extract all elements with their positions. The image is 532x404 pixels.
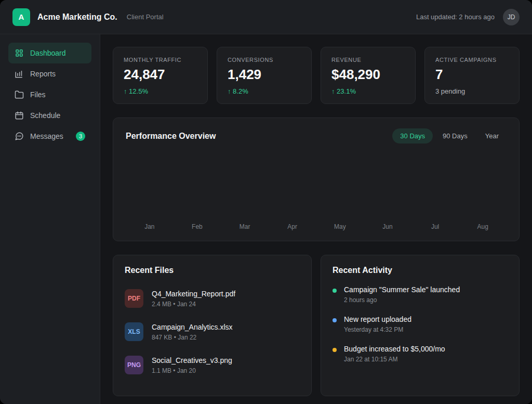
activity-time: 2 hours ago — [344, 296, 460, 304]
month-label: May — [316, 223, 364, 230]
file-row[interactable]: PDF Q4_Marketing_Report.pdf 2.4 MB • Jan… — [125, 285, 300, 311]
stat-value: 24,847 — [124, 67, 197, 83]
stat-value: $48,290 — [331, 67, 405, 83]
activity-dot — [332, 348, 337, 352]
activity-item: Budget increased to $5,000/mo Jan 22 at … — [332, 345, 508, 363]
chart-area — [126, 144, 507, 223]
stat-card: REVENUE $48,290 ↑ 23.1% — [321, 47, 416, 104]
stat-delta: ↑ 23.1% — [331, 87, 405, 95]
month-label: Jun — [364, 223, 411, 230]
last-updated-text: Last updated: 2 hours ago — [416, 13, 495, 21]
company-name: Acme Marketing Co. — [37, 12, 117, 22]
stat-label: MONTHLY TRAFFIC — [124, 57, 197, 63]
top-bar: A Acme Marketing Co. Client Portal Last … — [0, 0, 532, 34]
chat-icon — [15, 132, 24, 141]
month-label: Apr — [269, 223, 316, 230]
stat-card: CONVERSIONS 1,429 ↑ 8.2% — [217, 47, 312, 104]
app-window: A Acme Marketing Co. Client Portal Last … — [0, 0, 532, 404]
sidebar-item-files[interactable]: Files — [8, 84, 91, 105]
folder-icon — [15, 90, 24, 99]
file-row[interactable]: XLS Campaign_Analytics.xlsx 847 KB • Jan… — [125, 319, 300, 345]
activity-dot — [332, 318, 337, 322]
sidebar-item-label: Schedule — [30, 111, 85, 120]
range-pill-year[interactable]: Year — [477, 128, 507, 144]
month-label: Mar — [221, 223, 269, 230]
activity-time: Jan 22 at 10:15 AM — [344, 356, 445, 363]
stat-card: ACTIVE CAMPAIGNS 7 3 pending — [424, 47, 520, 104]
sidebar: Dashboard Reports Files Schedule Message… — [0, 34, 100, 404]
stat-value: 7 — [435, 67, 509, 83]
stat-delta: ↑ 12.5% — [124, 87, 197, 95]
stat-value: 1,429 — [228, 67, 301, 83]
calendar-icon — [15, 111, 24, 120]
recent-files-title: Recent Files — [125, 266, 300, 275]
portal-subtitle: Client Portal — [127, 13, 164, 21]
file-meta: 2.4 MB • Jan 24 — [152, 301, 235, 308]
activity-dot — [332, 289, 337, 293]
user-avatar[interactable]: JD — [503, 9, 520, 25]
month-label: Feb — [174, 223, 221, 230]
activity-item: Campaign "Summer Sale" launched 2 hours … — [332, 285, 508, 304]
sidebar-item-label: Dashboard — [30, 49, 85, 57]
sidebar-item-label: Messages — [30, 132, 70, 140]
activity-text: New report uploaded — [344, 315, 411, 323]
stat-sub: 3 pending — [435, 87, 509, 95]
stat-delta: ↑ 8.2% — [228, 87, 301, 95]
messages-badge: 3 — [76, 132, 85, 141]
file-type-badge: XLS — [125, 322, 143, 341]
activity-time: Yesterday at 4:32 PM — [344, 326, 411, 333]
file-meta: 1.1 MB • Jan 20 — [152, 367, 232, 374]
sidebar-item-label: Reports — [30, 70, 85, 78]
month-label: Aug — [459, 223, 507, 230]
grid-icon — [15, 48, 24, 58]
month-label: Jan — [126, 223, 174, 230]
sidebar-item-schedule[interactable]: Schedule — [8, 105, 91, 126]
bar-chart-icon — [15, 69, 24, 79]
recent-activity-title: Recent Activity — [332, 266, 508, 275]
chart-month-axis: JanFebMarAprMayJunJulAug — [126, 223, 507, 230]
sidebar-item-messages[interactable]: Messages 3 — [8, 126, 91, 147]
recent-files-card: Recent Files PDF Q4_Marketing_Report.pdf… — [113, 255, 312, 396]
sidebar-item-label: Files — [30, 90, 85, 99]
range-toggle: 30 Days90 DaysYear — [392, 128, 507, 144]
activity-text: Budget increased to $5,000/mo — [344, 345, 445, 353]
stats-row: MONTHLY TRAFFIC 24,847 ↑ 12.5% CONVERSIO… — [113, 47, 520, 104]
stat-label: REVENUE — [331, 57, 405, 63]
file-meta: 847 KB • Jan 22 — [152, 334, 233, 341]
sidebar-item-dashboard[interactable]: Dashboard — [8, 43, 91, 63]
file-type-badge: PNG — [125, 356, 143, 374]
stat-label: CONVERSIONS — [228, 57, 301, 63]
file-name: Campaign_Analytics.xlsx — [152, 323, 233, 331]
sidebar-item-reports[interactable]: Reports — [8, 63, 91, 84]
performance-title: Performance Overview — [126, 132, 392, 141]
file-name: Q4_Marketing_Report.pdf — [152, 290, 235, 298]
activity-text: Campaign "Summer Sale" launched — [344, 285, 460, 294]
performance-overview-card: Performance Overview 30 Days90 DaysYear … — [113, 118, 520, 241]
range-pill-90-days[interactable]: 90 Days — [435, 128, 475, 144]
month-label: Jul — [411, 223, 459, 230]
file-name: Social_Creatives_v3.png — [152, 356, 232, 364]
activity-item: New report uploaded Yesterday at 4:32 PM — [332, 315, 508, 333]
stat-card: MONTHLY TRAFFIC 24,847 ↑ 12.5% — [113, 47, 208, 104]
stat-label: ACTIVE CAMPAIGNS — [435, 57, 509, 63]
main-content: MONTHLY TRAFFIC 24,847 ↑ 12.5% CONVERSIO… — [100, 34, 532, 404]
recent-activity-card: Recent Activity Campaign "Summer Sale" l… — [321, 255, 520, 396]
range-pill-30-days[interactable]: 30 Days — [392, 128, 433, 144]
file-type-badge: PDF — [125, 289, 143, 308]
company-logo: A — [12, 8, 30, 26]
file-row[interactable]: PNG Social_Creatives_v3.png 1.1 MB • Jan… — [125, 352, 300, 378]
